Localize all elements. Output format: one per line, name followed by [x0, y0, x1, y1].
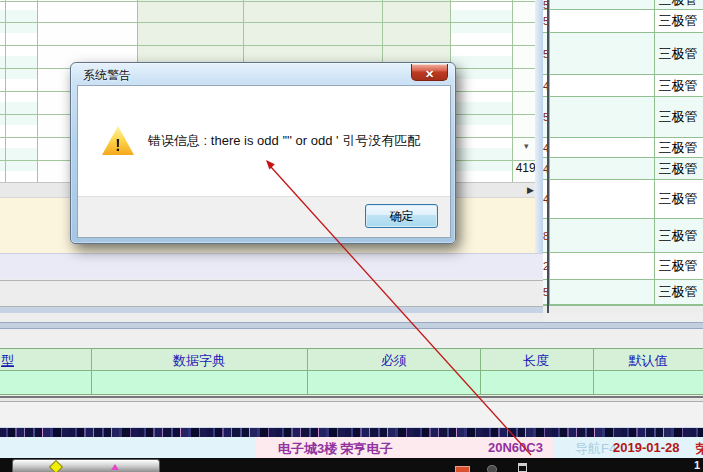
row-category-label: 三极管	[653, 138, 703, 157]
row-empty-cell[interactable]	[549, 180, 655, 218]
status-nav-hint: 导航F4	[575, 440, 616, 458]
category-table: 5三极管5三极管5三极管4三极管5三极管4三极管4三极管4三极管8三极管2三极管…	[543, 0, 703, 306]
status-panel	[0, 280, 543, 307]
screen: ▾ 419. ▶ 5三极管5三极管5三极管4三极管5三极管4三极管4三极管4三极…	[0, 0, 703, 472]
field-table-empty-row[interactable]	[0, 371, 703, 394]
taskbar-badge: 1	[694, 459, 700, 471]
row-category-label: 三极管	[653, 158, 703, 179]
category-table-row[interactable]: 5三极管	[543, 97, 703, 138]
category-table-row[interactable]: 5三极管	[543, 10, 703, 33]
grid-line	[307, 349, 308, 370]
toolbar-band	[0, 253, 543, 279]
row-category-label: 三极管	[653, 75, 703, 96]
grid-line	[480, 349, 481, 370]
column-header-dictionary: 数据字典	[173, 352, 225, 370]
grid-line	[593, 371, 594, 394]
category-table-row[interactable]: 4三极管	[543, 75, 703, 97]
row-empty-cell[interactable]	[549, 158, 655, 179]
category-table-row[interactable]: 4三极管	[543, 158, 703, 180]
tray-app-icon[interactable]	[455, 466, 470, 472]
row-empty-cell[interactable]	[549, 253, 655, 279]
row-category-label: 三极管	[653, 180, 703, 218]
tray-circle-icon[interactable]	[487, 465, 497, 472]
lower-gray-band	[0, 402, 703, 427]
grid-line	[5, 0, 6, 182]
noise-artifact-bar	[0, 427, 703, 437]
grid-cell-value[interactable]: 419.	[500, 161, 539, 175]
status-store-name: 电子城3楼 荣亨电子	[278, 440, 393, 458]
row-empty-cell[interactable]	[549, 33, 655, 74]
row-empty-cell[interactable]	[549, 138, 655, 157]
grid-line	[91, 349, 92, 370]
row-empty-cell[interactable]	[549, 219, 655, 252]
taskbar: 1	[0, 458, 703, 472]
category-table-row[interactable]: 5三极管	[543, 0, 703, 10]
grid-line	[512, 0, 513, 182]
dialog-title: 系统警告	[83, 67, 131, 84]
dialog-footer: 确定	[78, 196, 450, 237]
category-table-row[interactable]: 5三极管	[543, 280, 703, 305]
grid-line	[480, 371, 481, 394]
divider-band	[0, 307, 543, 313]
warning-icon: !	[102, 126, 134, 155]
grid-line	[307, 371, 308, 394]
grid-line	[37, 0, 38, 182]
row-category-label: 三极管	[653, 219, 703, 252]
dropdown-arrow-icon[interactable]: ▾	[524, 141, 529, 151]
row-empty-cell[interactable]	[549, 0, 655, 9]
divider-band	[0, 322, 703, 329]
category-table-row[interactable]: 5三极管	[543, 33, 703, 75]
column-header-required: 必须	[381, 352, 407, 370]
column-header-type: 型	[1, 352, 14, 370]
row-category-label: 三极管	[653, 280, 703, 304]
window-edge	[547, 0, 549, 313]
category-table-row[interactable]: 8三极管	[543, 219, 703, 253]
triangle-icon	[111, 464, 119, 470]
status-edge-text: 荣	[696, 440, 703, 458]
ok-button[interactable]: 确定	[365, 204, 438, 228]
status-part-code: 20N60C3	[488, 440, 543, 455]
system-warning-dialog: 系统警告 ✕ ! 错误信息 : there is odd '"' or odd …	[70, 62, 456, 244]
close-button[interactable]: ✕	[411, 64, 448, 81]
category-table-row[interactable]: 4三极管	[543, 180, 703, 219]
row-category-label: 三极管	[653, 97, 703, 137]
row-category-label: 三极管	[653, 10, 703, 32]
close-icon: ✕	[425, 68, 434, 80]
field-table-header: 型 数据字典 必须 长度 默认值	[0, 349, 703, 371]
taskbar-app-button[interactable]	[12, 459, 160, 472]
category-table-row[interactable]: 4三极管	[543, 138, 703, 158]
column-header-length: 长度	[523, 352, 549, 370]
tray-window-icon[interactable]	[518, 463, 527, 472]
diamond-icon	[49, 460, 63, 472]
row-category-label: 三极管	[653, 253, 703, 279]
grid-line	[91, 371, 92, 394]
grid-line	[593, 349, 594, 370]
dialog-body: ! 错误信息 : there is odd '"' or odd ' 引号没有匹…	[77, 85, 451, 238]
exclamation-glyph: !	[102, 138, 134, 154]
row-category-label: 三极管	[653, 33, 703, 74]
field-definition-table: 型 数据字典 必须 长度 默认值	[0, 348, 703, 395]
row-category-label: 三极管	[653, 0, 703, 4]
status-date: 2019-01-28	[613, 440, 680, 455]
scroll-right-icon[interactable]: ▶	[527, 185, 534, 195]
row-empty-cell[interactable]	[549, 10, 655, 32]
row-empty-cell[interactable]	[549, 97, 655, 137]
raised-divider	[0, 396, 703, 402]
row-empty-cell[interactable]	[549, 280, 655, 304]
status-bar: 电子城3楼 荣亨电子 20N60C3 导航F4 2019-01-28 荣	[0, 437, 703, 458]
row-empty-cell[interactable]	[549, 75, 655, 96]
column-header-default: 默认值	[629, 352, 668, 370]
error-message: 错误信息 : there is odd '"' or odd ' 引号没有匹配	[148, 132, 440, 150]
category-table-row[interactable]: 2三极管	[543, 253, 703, 280]
